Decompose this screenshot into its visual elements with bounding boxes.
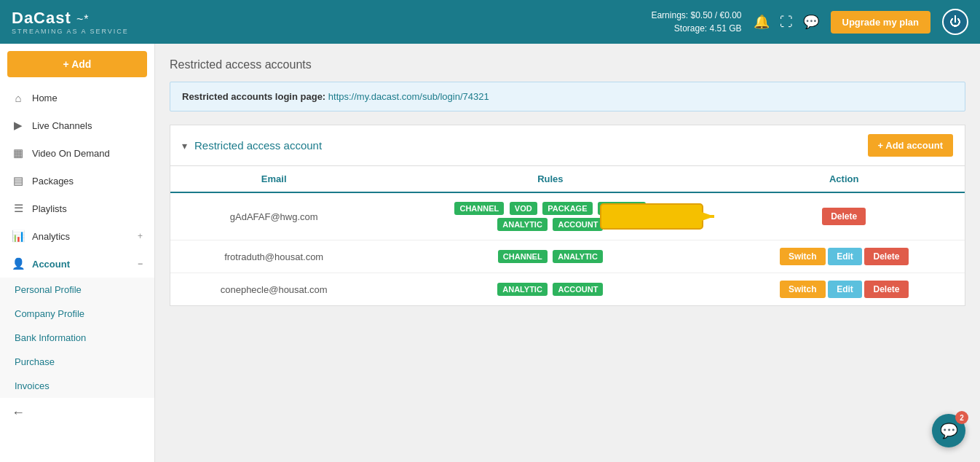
header-icons: 🔔 ⛶ 💬: [754, 14, 819, 30]
fullscreen-icon[interactable]: ⛶: [780, 15, 793, 30]
table-row: conephecle@housat.com ANALYTIC ACCOUNT S…: [170, 273, 965, 306]
action-cell: Switch Edit Delete: [723, 273, 965, 306]
top-header: DaCast ~* STREAMING AS A SERVICE Earning…: [0, 0, 980, 44]
switch-button[interactable]: Switch: [780, 248, 826, 265]
sidebar-item-company-profile[interactable]: Company Profile: [0, 302, 154, 326]
sidebar-item-vod[interactable]: ▦ Video On Demand: [0, 139, 154, 167]
earnings-label: Earnings: $0.50 / €0.00: [651, 9, 741, 22]
account-sub-menu: Personal Profile Company Profile Bank In…: [0, 278, 154, 398]
user-icon: 👤: [12, 257, 25, 270]
tag-vod: VOD: [510, 202, 537, 215]
home-icon: ⌂: [12, 92, 25, 104]
sidebar-item-analytics[interactable]: 📊 Analytics +: [0, 222, 154, 250]
collapse-icon: −: [138, 259, 143, 269]
page-title: Restricted access accounts: [170, 58, 965, 71]
tag-analytic: ANALYTIC: [553, 250, 603, 263]
tag-analytic: ANALYTIC: [497, 218, 548, 231]
chat-icon[interactable]: 💬: [803, 14, 819, 30]
list-icon: ☰: [12, 202, 25, 215]
rules-cell: CHANNEL VOD PACKAGE PLAYLIST ANALYTIC AC…: [377, 192, 723, 240]
rules-cell: ANALYTIC ACCOUNT: [377, 273, 723, 306]
switch-button[interactable]: Switch: [780, 281, 826, 298]
col-action: Action: [723, 166, 965, 192]
analytics-icon: 📊: [12, 230, 25, 243]
sidebar-item-invoices[interactable]: Invoices: [0, 374, 154, 398]
email-cell: conephecle@housat.com: [170, 273, 377, 306]
logo-area: DaCast ~* STREAMING AS A SERVICE: [12, 9, 129, 35]
sidebar-item-personal-profile[interactable]: Personal Profile: [0, 278, 154, 302]
sidebar-item-bank-information[interactable]: Bank Information: [0, 326, 154, 350]
tag-analytic: ANALYTIC: [497, 283, 548, 296]
accounts-table: Email Rules Action gAdAFAF@hwg.com CHANN…: [170, 166, 965, 305]
header-right: Earnings: $0.50 / €0.00 Storage: 4.51 GB…: [651, 9, 968, 35]
sidebar-item-label: Home: [32, 93, 58, 103]
main-content: Restricted access accounts Restricted ac…: [155, 44, 980, 462]
delete-button[interactable]: Delete: [864, 248, 908, 265]
edit-button[interactable]: Edit: [828, 281, 862, 298]
back-icon: ←: [12, 405, 25, 420]
sidebar-item-label: Packages: [32, 176, 74, 187]
chat-bubble-icon: 💬: [940, 422, 958, 439]
sidebar-item-label: Analytics: [32, 231, 70, 242]
grid-icon: ▦: [12, 146, 25, 160]
info-box-link[interactable]: https://my.dacast.com/sub/login/74321: [328, 91, 489, 102]
sidebar-item-playlists[interactable]: ☰ Playlists: [0, 195, 154, 222]
sidebar-item-home[interactable]: ⌂ Home: [0, 85, 154, 111]
table-row: gAdAFAF@hwg.com CHANNEL VOD PACKAGE PLAY…: [170, 192, 965, 240]
tag-channel: CHANNEL: [498, 250, 548, 263]
play-icon: ▶: [12, 119, 25, 132]
sidebar-item-label: Video On Demand: [32, 148, 110, 159]
bell-icon[interactable]: 🔔: [754, 14, 770, 30]
package-icon: ▤: [12, 174, 25, 187]
rules-cell: CHANNEL ANALYTIC: [377, 240, 723, 273]
tag-account: ACCOUNT: [553, 283, 603, 296]
logo-tagline: STREAMING AS A SERVICE: [12, 28, 129, 35]
action-cell: Switch Edit Delete: [723, 240, 965, 273]
email-cell: frotraduth@housat.com: [170, 240, 377, 273]
sidebar-item-purchase[interactable]: Purchase: [0, 350, 154, 374]
tag-channel: CHANNEL: [454, 202, 504, 215]
header-stats: Earnings: $0.50 / €0.00 Storage: 4.51 GB: [651, 9, 741, 35]
section-title: Restricted access account: [194, 139, 322, 152]
delete-button[interactable]: Delete: [822, 208, 866, 225]
col-email: Email: [170, 166, 377, 192]
upgrade-button[interactable]: Upgrade my plan: [831, 11, 930, 34]
info-box: Restricted accounts login page: https://…: [170, 82, 965, 111]
chevron-icon[interactable]: ▾: [182, 140, 187, 152]
logo: DaCast ~*: [12, 9, 129, 28]
back-button[interactable]: ←: [0, 398, 154, 428]
storage-label: Storage: 4.51 GB: [651, 22, 741, 35]
expand-icon: +: [138, 231, 143, 241]
info-box-label: Restricted accounts login page:: [182, 91, 325, 102]
add-account-button[interactable]: + Add account: [868, 134, 953, 157]
sidebar-item-label: Playlists: [32, 203, 67, 214]
table-container: Email Rules Action gAdAFAF@hwg.com CHANN…: [170, 166, 965, 306]
main-layout: + Add ⌂ Home ▶ Live Channels ▦ Video On …: [0, 44, 980, 462]
sidebar-item-packages[interactable]: ▤ Packages: [0, 167, 154, 195]
section-title-area: ▾ Restricted access account: [182, 139, 322, 152]
delete-button[interactable]: Delete: [864, 281, 908, 298]
tag-playlist: PLAYLIST: [598, 202, 646, 215]
section-header: ▾ Restricted access account + Add accoun…: [170, 125, 965, 166]
sidebar-item-live-channels[interactable]: ▶ Live Channels: [0, 111, 154, 139]
sidebar-item-label: Live Channels: [32, 120, 92, 131]
chat-badge: 2: [955, 411, 968, 424]
add-button[interactable]: + Add: [7, 51, 147, 77]
table-row: frotraduth@housat.com CHANNEL ANALYTIC S…: [170, 240, 965, 273]
sidebar-item-label: Account: [32, 259, 70, 270]
chat-bubble[interactable]: 💬 2: [932, 414, 965, 447]
tag-package: PACKAGE: [542, 202, 592, 215]
sidebar: + Add ⌂ Home ▶ Live Channels ▦ Video On …: [0, 44, 155, 462]
action-cell: Delete: [723, 192, 965, 240]
email-cell: gAdAFAF@hwg.com: [170, 192, 377, 240]
table-header-row: Email Rules Action: [170, 166, 965, 192]
power-button[interactable]: ⏻: [942, 9, 968, 35]
tag-account: ACCOUNT: [553, 218, 603, 231]
edit-button[interactable]: Edit: [828, 248, 862, 265]
sidebar-item-account[interactable]: 👤 Account −: [0, 250, 154, 278]
col-rules: Rules: [377, 166, 723, 192]
